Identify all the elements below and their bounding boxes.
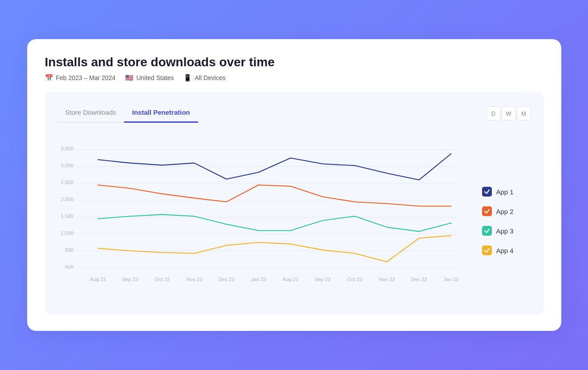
legend-item-app1: App 1 — [482, 187, 531, 197]
period-day-button[interactable]: D — [487, 106, 501, 121]
country-item: 🇺🇸 United States — [125, 74, 174, 82]
svg-text:3,500: 3,500 — [61, 146, 73, 151]
svg-text:Oct 22: Oct 22 — [347, 277, 362, 282]
svg-text:N/A: N/A — [65, 264, 73, 269]
chart-line-app4 — [98, 236, 451, 262]
legend-checkbox-app2 — [482, 206, 492, 216]
svg-text:2,000: 2,000 — [61, 197, 73, 202]
svg-text:Aug 21: Aug 21 — [90, 277, 106, 282]
chart-svg: N/A 500 1,000 1,500 2,000 2,500 3,000 3,… — [57, 133, 471, 302]
legend: App 1 App 2 App 3 — [482, 133, 531, 304]
legend-item-app4: App 4 — [482, 245, 531, 255]
svg-text:Sep 22: Sep 22 — [314, 277, 330, 282]
svg-text:3,000: 3,000 — [61, 163, 73, 168]
card-header: Store Downloads Install Penetration D W … — [57, 104, 531, 123]
device-icon: 📱 — [183, 74, 192, 82]
outer-card: Installs and store downloads over time 📅… — [27, 39, 561, 331]
inner-card: Store Downloads Install Penetration D W … — [45, 92, 543, 315]
svg-text:Dec 22: Dec 22 — [218, 277, 234, 282]
date-range-label: Feb 2023 – Mar 2024 — [56, 74, 116, 81]
svg-text:Oct 22: Oct 22 — [154, 277, 170, 282]
country-label: United States — [136, 74, 174, 81]
period-month-button[interactable]: M — [517, 106, 531, 121]
svg-text:Sep 22: Sep 22 — [122, 277, 138, 282]
chart-line-app1 — [98, 154, 451, 180]
legend-label-app3: App 3 — [496, 227, 514, 235]
legend-item-app2: App 2 — [482, 206, 531, 216]
chart-container: N/A 500 1,000 1,500 2,000 2,500 3,000 3,… — [57, 133, 471, 304]
legend-checkbox-app3 — [482, 226, 492, 236]
svg-text:Dec 22: Dec 22 — [411, 277, 427, 282]
svg-text:1,500: 1,500 — [61, 213, 73, 219]
svg-text:2,500: 2,500 — [61, 180, 73, 185]
legend-label-app2: App 2 — [496, 208, 514, 215]
tab-store-downloads[interactable]: Store Downloads — [57, 104, 124, 123]
legend-label-app1: App 1 — [496, 188, 514, 196]
chart-area: N/A 500 1,000 1,500 2,000 2,500 3,000 3,… — [57, 133, 531, 304]
svg-text:1,000: 1,000 — [61, 230, 73, 236]
svg-text:Nov 22: Nov 22 — [186, 277, 202, 282]
svg-text:Jan 22: Jan 22 — [443, 277, 458, 282]
legend-item-app3: App 3 — [482, 226, 531, 236]
legend-checkbox-app1 — [482, 187, 492, 197]
date-range-item: 📅 Feb 2023 – Mar 2024 — [45, 74, 116, 82]
legend-checkbox-app4 — [482, 245, 492, 255]
svg-text:Jan 22: Jan 22 — [251, 277, 266, 282]
devices-item: 📱 All Devices — [183, 74, 225, 82]
devices-label: All Devices — [195, 74, 225, 81]
svg-text:500: 500 — [65, 247, 73, 253]
legend-label-app4: App 4 — [496, 247, 514, 254]
svg-text:Nov 22: Nov 22 — [379, 277, 395, 282]
chart-line-app2 — [98, 185, 451, 206]
period-week-button[interactable]: W — [502, 106, 516, 121]
meta-row: 📅 Feb 2023 – Mar 2024 🇺🇸 United States 📱… — [45, 74, 543, 82]
period-buttons: D W M — [487, 106, 531, 121]
flag-icon: 🇺🇸 — [125, 74, 134, 82]
svg-text:Aug 21: Aug 21 — [282, 277, 298, 282]
page-title: Installs and store downloads over time — [45, 55, 543, 69]
tabs: Store Downloads Install Penetration — [57, 104, 198, 123]
calendar-icon: 📅 — [45, 74, 53, 82]
tab-install-penetration[interactable]: Install Penetration — [124, 104, 198, 123]
